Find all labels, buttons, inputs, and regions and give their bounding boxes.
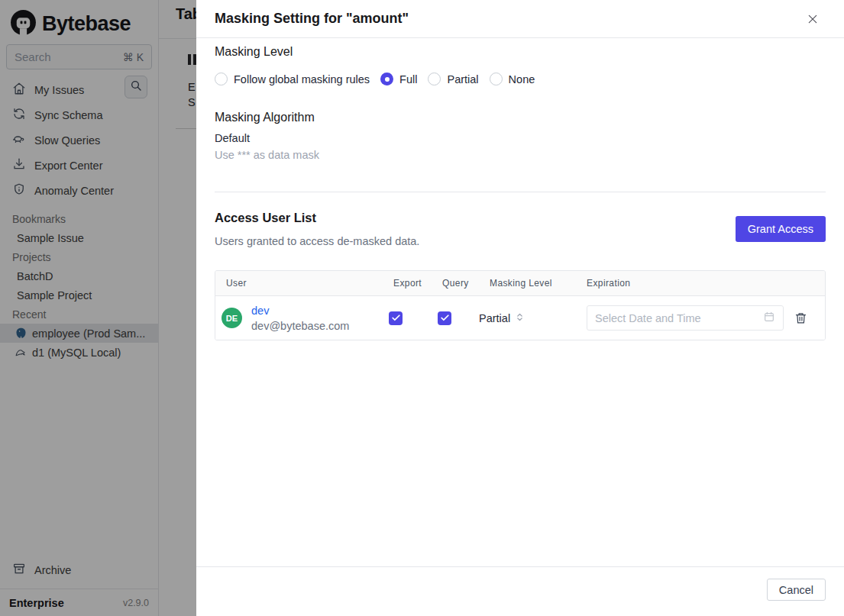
modal-title: Masking Setting for "amount" xyxy=(215,11,409,27)
query-cell xyxy=(432,311,479,325)
modal-header: Masking Setting for "amount" xyxy=(196,0,844,38)
cancel-button[interactable]: Cancel xyxy=(767,579,826,601)
close-icon[interactable] xyxy=(803,9,823,29)
radio-checked-icon[interactable] xyxy=(380,73,393,85)
user-cell: DE dev dev@bytebase.com xyxy=(215,303,383,334)
radio-icon[interactable] xyxy=(215,73,228,85)
access-user-table: User Export Query Masking Level Expirati… xyxy=(215,270,826,340)
table-header-row: User Export Query Masking Level Expirati… xyxy=(215,271,825,296)
algorithm-name: Default xyxy=(215,132,250,144)
radio-label: Follow global masking rules xyxy=(234,73,370,85)
user-name-link[interactable]: dev xyxy=(251,303,349,318)
masking-level-radio-group: Follow global masking rules Full Partial… xyxy=(215,73,535,85)
column-header-expiration: Expiration xyxy=(576,278,825,289)
radio-icon[interactable] xyxy=(428,73,441,85)
masking-level-select[interactable]: Partial xyxy=(479,312,576,324)
radio-label: Partial xyxy=(447,73,478,85)
export-checkbox[interactable] xyxy=(389,311,403,325)
masking-level-value: Partial xyxy=(479,312,510,324)
expiration-date-field[interactable] xyxy=(587,305,784,331)
access-user-list-subtitle: Users granted to access de-masked data. xyxy=(215,235,419,247)
algorithm-description: Use *** as data mask xyxy=(215,149,319,161)
export-cell xyxy=(383,311,432,325)
expiration-cell xyxy=(576,305,825,331)
column-header-query: Query xyxy=(432,278,479,289)
radio-icon[interactable] xyxy=(490,73,503,85)
query-checkbox[interactable] xyxy=(438,311,451,325)
column-header-export: Export xyxy=(383,278,432,289)
table-row: DE dev dev@bytebase.com xyxy=(215,296,825,340)
column-header-masking-level: Masking Level xyxy=(479,278,576,289)
column-header-user: User xyxy=(215,278,383,289)
masking-level-heading: Masking Level xyxy=(215,45,293,59)
masking-level-cell: Partial xyxy=(479,312,576,324)
expiration-date-input[interactable] xyxy=(595,312,763,324)
chevron-up-down-icon xyxy=(515,312,525,324)
radio-follow-global[interactable]: Follow global masking rules xyxy=(215,73,370,85)
user-identity: dev dev@bytebase.com xyxy=(251,303,349,334)
trash-icon[interactable] xyxy=(794,311,807,324)
radio-label: None xyxy=(509,73,535,85)
calendar-icon xyxy=(763,311,775,326)
grant-access-button[interactable]: Grant Access xyxy=(736,216,826,242)
user-email: dev@bytebase.com xyxy=(251,318,349,334)
masking-setting-modal: Masking Setting for "amount" Masking Lev… xyxy=(196,0,844,616)
app-window: Bytebase ⌘ K My Issues Sync Schema xyxy=(0,0,844,616)
modal-footer: Cancel xyxy=(196,566,844,616)
section-divider xyxy=(215,192,826,192)
avatar: DE xyxy=(222,308,242,328)
radio-full[interactable]: Full xyxy=(380,73,417,85)
radio-label: Full xyxy=(399,73,417,85)
masking-algorithm-heading: Masking Algorithm xyxy=(215,111,315,124)
radio-partial[interactable]: Partial xyxy=(428,73,478,85)
radio-none[interactable]: None xyxy=(490,73,535,85)
access-user-list-heading: Access User List xyxy=(215,211,316,225)
